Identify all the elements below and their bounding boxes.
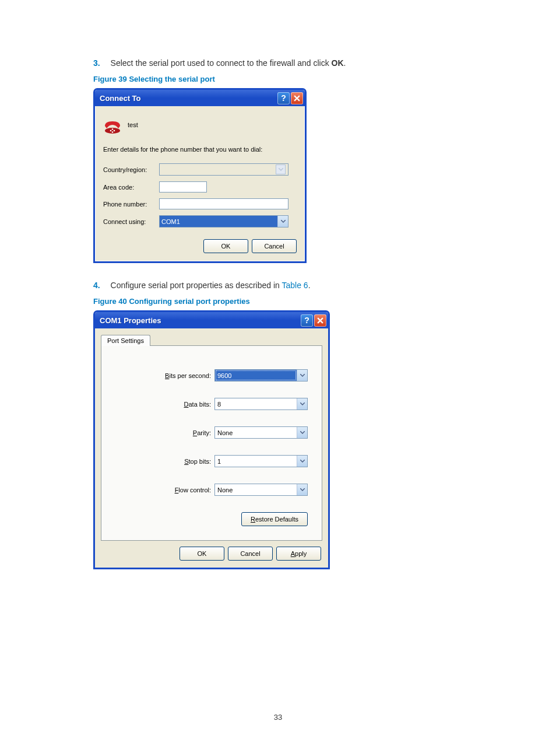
country-select xyxy=(159,163,288,176)
help-button[interactable]: ? xyxy=(301,314,313,327)
chevron-down-icon[interactable] xyxy=(277,216,288,227)
flow-control-value: None xyxy=(215,484,297,495)
stop-bits-select[interactable]: 1 xyxy=(214,455,308,467)
figure-39-caption: Figure 39 Selecting the serial port xyxy=(93,75,463,83)
bits-per-second-label: Bits per second: xyxy=(165,372,211,379)
flow-control-label: Flow control: xyxy=(175,487,211,494)
com1-properties-dialog: COM1 Properties ? Port Settings Bits per… xyxy=(93,310,330,569)
phone-input[interactable] xyxy=(159,198,288,209)
parity-select[interactable]: None xyxy=(214,426,308,439)
phone-icon xyxy=(103,116,122,134)
step-4-text-2: . xyxy=(308,281,311,290)
stop-bits-value: 1 xyxy=(215,456,297,467)
phone-label: Phone number: xyxy=(103,201,159,208)
data-bits-label: Data bits: xyxy=(184,401,211,408)
step-3-text-2: . xyxy=(344,58,346,68)
svg-point-3 xyxy=(112,128,114,130)
page-number: 33 xyxy=(0,713,556,722)
bits-per-second-select[interactable]: 9600 xyxy=(214,369,308,382)
step-3-number: 3. xyxy=(93,58,100,68)
apply-button[interactable]: Apply xyxy=(276,547,321,561)
bits-per-second-value: 9600 xyxy=(215,370,297,381)
connect-using-select[interactable]: COM1 xyxy=(159,215,288,228)
parity-label: Parity: xyxy=(193,429,211,436)
data-bits-value: 8 xyxy=(215,398,297,410)
chevron-down-icon[interactable] xyxy=(297,427,307,438)
restore-defaults-button[interactable]: Restore Defaults xyxy=(241,512,308,526)
connect-using-value: COM1 xyxy=(160,216,277,227)
dialog1-instruction: Enter details for the phone number that … xyxy=(103,146,297,153)
dialog1-titlebar: Connect To ? xyxy=(95,90,305,106)
figure-40-caption: Figure 40 Configuring serial port proper… xyxy=(93,297,463,306)
chevron-down-icon[interactable] xyxy=(297,484,307,495)
close-button[interactable] xyxy=(291,92,303,104)
connection-name: test xyxy=(128,121,138,128)
ok-button[interactable]: OK xyxy=(180,547,224,561)
step-3-bold: OK xyxy=(332,58,344,68)
dialog2-title: COM1 Properties xyxy=(100,316,300,325)
svg-point-1 xyxy=(110,130,112,132)
help-button[interactable]: ? xyxy=(277,92,290,104)
chevron-down-icon xyxy=(276,164,286,174)
close-button[interactable] xyxy=(314,314,326,327)
svg-point-2 xyxy=(114,130,115,132)
parity-value: None xyxy=(215,427,297,438)
dialog2-titlebar: COM1 Properties ? xyxy=(95,312,328,328)
areacode-input[interactable] xyxy=(159,181,207,192)
dialog1-title: Connect To xyxy=(100,94,276,103)
stop-bits-label: Stop bits: xyxy=(184,458,211,465)
flow-control-select[interactable]: None xyxy=(214,484,308,496)
chevron-down-icon[interactable] xyxy=(297,398,307,410)
step-3: 3. Select the serial port used to connec… xyxy=(93,58,463,68)
svg-point-4 xyxy=(112,131,114,133)
tab-port-settings[interactable]: Port Settings xyxy=(101,335,150,346)
areacode-label: Area code: xyxy=(103,184,159,191)
step-4-number: 4. xyxy=(93,281,100,290)
chevron-down-icon[interactable] xyxy=(297,370,307,381)
step-3-text-1: Select the serial port used to connect t… xyxy=(111,58,332,68)
country-label: Country/region: xyxy=(103,166,159,173)
table-6-link[interactable]: Table 6 xyxy=(281,281,308,290)
step-4-text-1: Configure serial port properties as desc… xyxy=(111,281,282,290)
connect-using-label: Connect using: xyxy=(103,218,159,225)
data-bits-select[interactable]: 8 xyxy=(214,398,308,410)
chevron-down-icon[interactable] xyxy=(297,456,307,467)
cancel-button[interactable]: Cancel xyxy=(228,547,273,561)
cancel-button[interactable]: Cancel xyxy=(252,239,297,253)
connect-to-dialog: Connect To ? test Enter details for the … xyxy=(93,88,307,263)
step-4: 4. Configure serial port properties as d… xyxy=(93,281,463,290)
ok-button[interactable]: OK xyxy=(203,239,248,253)
